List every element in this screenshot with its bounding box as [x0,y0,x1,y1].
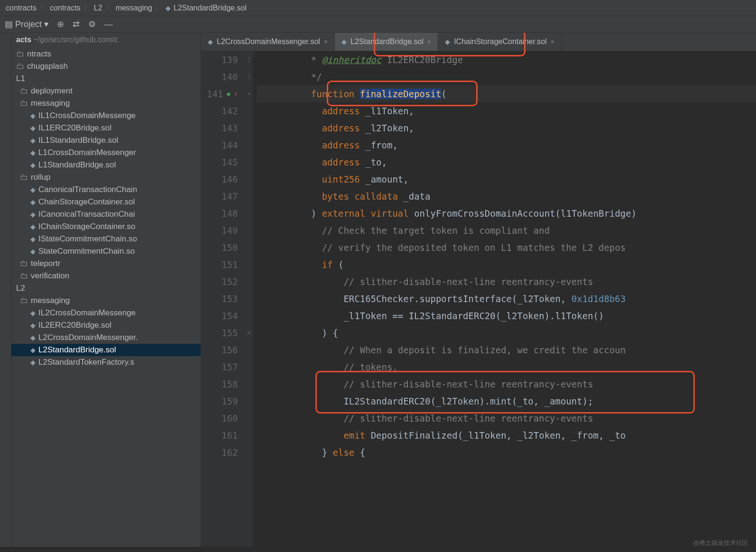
folder-item[interactable]: 🗀ntracts [11,48,201,60]
settings-icon[interactable]: ⚙ [88,19,96,29]
tree-label: CanonicalTransactionChain [38,185,137,194]
folder-icon: 🗀 [20,173,28,182]
folder-item[interactable]: 🗀verification [11,270,201,282]
folder-icon: 🗀 [16,62,24,71]
file-item[interactable]: ◆ICanonicalTransactionChai [11,208,201,221]
tree-label: L2 [16,284,25,293]
tab-label: L2CrossDomainMessenger.sol [217,37,320,46]
project-dropdown[interactable]: ▤ Project ▾ [5,19,48,29]
file-item[interactable]: ◆L2CrossDomainMessenger. [11,331,201,344]
file-item[interactable]: ◆CanonicalTransactionChain [11,184,201,196]
folder-icon: 🗀 [20,99,28,108]
tree-label: verification [31,271,69,281]
folder-item[interactable]: L2 [11,282,201,294]
ethereum-icon: ◆ [30,137,36,144]
tree-label: L1CrossDomainMessenger [38,148,136,157]
ethereum-icon: ◆ [445,38,450,46]
ethereum-icon: ◆ [341,38,347,46]
close-icon[interactable]: × [324,38,328,46]
ethereum-icon: ◆ [30,161,36,169]
file-item[interactable]: ◆IL1ERC20Bridge.sol [11,122,201,134]
file-item[interactable]: ◆IStateCommitmentChain.so [11,233,201,245]
file-item[interactable]: ◆StateCommitmentChain.so [11,245,201,258]
tree-label: teleportr [31,259,60,268]
target-icon[interactable]: ⊕ [57,19,64,29]
crumb[interactable]: L2 [94,4,102,12]
ethereum-icon: ◆ [30,309,36,317]
tree-label: L2StandardTokenFactory.s [38,358,134,367]
tree-label: StateCommitmentChain.so [38,247,135,256]
folder-item[interactable]: 🗀deployment [11,85,201,97]
ethereum-icon: ◆ [30,322,36,329]
folder-item[interactable]: 🗀rollup [11,171,201,184]
ethereum-icon: ◆ [30,334,36,341]
ethereum-icon: ◆ [30,124,36,132]
folder-item[interactable]: 🗀chugsplash [11,60,201,73]
file-item[interactable]: ◆IL2CrossDomainMessenge [11,307,201,319]
tree-label: messaging [31,296,70,305]
tree-label: deployment [31,86,73,96]
project-tree-panel: acts acts ~/go/src/src/github.com/c~/go/… [11,33,201,547]
editor-tab[interactable]: ◆L2StandardBridge.sol× [335,33,438,51]
editor-tab[interactable]: ◆L2CrossDomainMessenger.sol× [201,33,335,51]
tree-label: L1 [16,74,25,83]
ethereum-icon: ◆ [30,198,36,206]
close-icon[interactable]: × [551,38,554,46]
crumb[interactable]: contracts [6,4,37,12]
tree-label: chugsplash [27,62,68,71]
ethereum-icon: ◆ [30,346,36,354]
tree-label: L1StandardBridge.sol [38,160,116,170]
file-item[interactable]: ◆L2StandardTokenFactory.s [11,356,201,368]
side-rail[interactable] [0,33,11,547]
crumb[interactable]: messaging [116,4,152,12]
crumb[interactable]: L2StandardBridge.sol [174,4,247,12]
ethereum-icon: ◆ [30,235,36,243]
file-item[interactable]: ◆IL2ERC20Bridge.sol [11,319,201,331]
breadcrumb: contracts〉 contracts〉 L2〉 messaging〉 ◆ L… [0,0,756,16]
file-item[interactable]: ◆L1StandardBridge.sol [11,159,201,171]
project-path: acts acts ~/go/src/src/github.com/c~/go/… [11,33,201,47]
code-content[interactable]: * @inheritdoc IL2ERC20Bridge */ function… [253,51,756,547]
folder-icon: 🗀 [20,271,28,281]
editor-tab[interactable]: ◆IChainStorageContainer.sol× [438,33,562,51]
tree-label: IL2CrossDomainMessenge [38,308,136,318]
crumb[interactable]: contracts [50,4,81,12]
ethereum-icon: ◆ [30,223,36,230]
folder-item[interactable]: 🗀messaging [11,294,201,307]
tree-label: ntracts [27,49,51,59]
file-item[interactable]: ◆IL1StandardBridge.sol [11,134,201,147]
line-gutter: 139140141 ●↑1421431441451461471481491501… [201,51,245,547]
tree-label: L2CrossDomainMessenger. [38,333,138,342]
tree-label: rollup [31,173,51,182]
folder-icon: 🗀 [16,49,24,59]
tree-label: ICanonicalTransactionChai [38,210,135,219]
folder-item[interactable]: 🗀teleportr [11,258,201,270]
tree-label: L2StandardBridge.sol [38,345,116,355]
hide-icon[interactable]: — [104,19,113,29]
tree-label: IL1CrossDomainMessenge [38,111,136,120]
tree-label: IChainStorageContainer.so [38,222,135,231]
ethereum-icon: ◆ [30,211,36,218]
ethereum-icon: ◆ [30,359,36,366]
collapse-icon[interactable]: ⇄ [73,19,80,29]
file-item[interactable]: ◆L2StandardBridge.sol [11,344,201,356]
folder-item[interactable]: L1 [11,73,201,85]
file-item[interactable]: ◆ChainStorageContainer.sol [11,196,201,208]
folder-item[interactable]: 🗀messaging [11,97,201,110]
code-editor: ◆L2CrossDomainMessenger.sol×◆L2StandardB… [201,33,756,547]
folder-icon: 🗀 [20,259,28,268]
file-item[interactable]: ◆IChainStorageContainer.so [11,221,201,233]
tree-label: IL1StandardBridge.sol [38,136,118,145]
tree-label: IL2ERC20Bridge.sol [38,321,111,330]
tab-label: L2StandardBridge.sol [350,37,424,46]
ethereum-icon: ◆ [30,112,36,120]
ethereum-icon: ◆ [30,186,36,193]
file-item[interactable]: ◆IL1CrossDomainMessenge [11,110,201,122]
tab-label: IChainStorageContainer.sol [454,37,547,46]
fold-column[interactable]: ││▾⊟ [245,51,253,547]
file-item[interactable]: ◆L1CrossDomainMessenger [11,147,201,159]
close-icon[interactable]: × [427,38,431,46]
project-toolbar: ▤ Project ▾ ⊕ ⇄ ⚙ — [0,16,756,33]
folder-icon: 🗀 [20,296,28,305]
folder-icon: 🗀 [20,86,28,96]
